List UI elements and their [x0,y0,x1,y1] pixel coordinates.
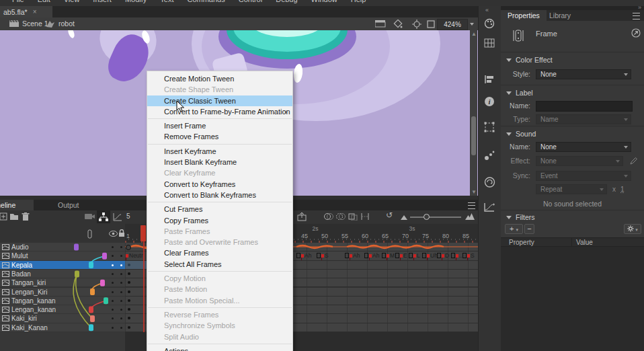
tab-output[interactable]: Output [58,200,79,210]
edit-multiple-frames-icon[interactable] [348,212,358,221]
color-panel-icon[interactable] [484,18,495,28]
menu-item-actions[interactable]: Actions [147,346,292,351]
parent-chip-audio[interactable] [74,244,79,251]
add-camera-icon[interactable] [85,212,95,221]
new-folder-icon[interactable] [9,212,19,221]
panel-menu-icon[interactable] [633,13,640,20]
parent-chip-kepala[interactable] [89,262,93,268]
motion-presets-panel-icon[interactable] [484,202,495,212]
frame-label-keyframe[interactable]: Ah [296,252,311,259]
align-panel-icon[interactable] [484,75,495,84]
keyframe-dot[interactable] [128,281,130,284]
frame-label-keyframe[interactable]: L [409,252,420,259]
transform-panel-icon[interactable] [484,122,495,132]
tab-library[interactable]: Library [549,10,571,21]
parent-chip-mulut[interactable] [102,253,107,260]
menu-item-cut-frames[interactable]: Cut Frames [147,204,292,214]
breadcrumb-scene[interactable]: Scene 1 [22,20,48,28]
zoom-out-frames-icon[interactable] [401,215,407,220]
menu-item-remove-frames[interactable]: Remove Frames [147,131,292,142]
menu-item-create-classic-tween[interactable]: Create Classic Tween [147,95,292,106]
menu-edit[interactable]: Edit [38,0,50,3]
timeline-zoom-slider-track[interactable] [410,217,461,218]
menu-item-insert-keyframe[interactable]: Insert Keyframe [147,146,292,157]
frame-label-keyframe[interactable]: E [395,252,407,259]
menu-insert[interactable]: Insert [93,0,112,3]
parent-chip-lengan_kiri[interactable] [90,288,95,295]
menu-item-insert-blank-keyframe[interactable]: Insert Blank Keyframe [147,157,292,167]
chevron-down-icon[interactable] [470,23,474,26]
document-tab[interactable]: ab5.fla* × [0,6,52,17]
cc-libraries-panel-icon[interactable] [484,177,496,188]
onion-skin-range-icon[interactable] [360,212,370,221]
frame-label-keyframe[interactable]: Uh [422,252,438,259]
menu-item-select-all-frames[interactable]: Select All Frames [147,259,292,270]
menu-item-convert-to-frame-by-frame-animation[interactable]: Convert to Frame-by-Frame Animation› [147,106,292,117]
zoom-level-select[interactable]: 424% [437,19,468,30]
menu-help[interactable]: Help [351,0,366,3]
menu-item-convert-to-blank-keyframes[interactable]: Convert to Blank Keyframes [147,190,292,200]
menu-commands[interactable]: Commands [187,0,225,3]
scrollbar-thumb[interactable] [471,116,476,155]
section-sound[interactable]: Sound [506,130,536,138]
parent-chip-badan[interactable] [75,270,79,277]
delete-layer-icon[interactable] [22,212,30,221]
section-label[interactable]: Label [506,89,533,97]
eye-icon[interactable] [109,231,118,237]
menu-control[interactable]: Control [239,0,262,3]
brush-library-panel-icon[interactable] [484,150,495,161]
tab-timeline[interactable]: Timeline [0,200,34,210]
swatches-panel-icon[interactable] [484,38,495,48]
menu-file[interactable]: File [12,0,24,3]
menu-item-create-motion-tween[interactable]: Create Motion Tween [147,73,292,84]
label-name-input[interactable] [536,101,633,112]
menu-modify[interactable]: Modify [125,0,147,3]
frame-label-keyframe[interactable]: Ah [345,252,360,259]
keyframe-dot[interactable] [128,272,130,275]
new-layer-icon[interactable] [0,212,7,221]
parent-chip-tangan_kanan[interactable] [104,297,108,304]
scroll-up-icon[interactable]: ▲ [471,31,477,37]
clip-content-icon[interactable] [427,20,435,28]
style-dropdown[interactable]: None [536,69,631,79]
keyframe-dot[interactable] [128,326,130,329]
show-parenting-view-toggle[interactable] [97,210,110,223]
frame-label-keyframe[interactable]: Neutr [126,252,143,259]
parent-chip-kaki_kiri[interactable] [90,315,95,322]
keyframe-dot[interactable] [128,308,130,311]
keyframe-dot[interactable] [128,299,130,302]
frame-label-keyframe[interactable]: D [437,252,449,259]
fill-icon[interactable] [393,20,403,28]
menu-item-insert-frame[interactable]: Insert Frame [147,120,292,131]
menu-text[interactable]: Text [160,0,173,3]
export-frame-icon[interactable] [297,212,307,221]
info-panel-icon[interactable]: i [484,96,495,107]
zoom-in-frames-icon[interactable] [465,213,475,220]
add-filter-button[interactable]: + ▾ [505,224,523,234]
frame-label-keyframe[interactable]: .. [451,252,462,259]
menu-view[interactable]: View [64,0,80,3]
close-icon[interactable]: × [33,8,37,15]
keyframe-dot[interactable] [128,317,130,319]
menu-item-convert-to-keyframes[interactable]: Convert to Keyframes [147,179,292,190]
stage-vertical-scrollbar[interactable]: ▲ ▼ [470,30,477,196]
timeline-zoom-slider-knob[interactable] [424,214,430,220]
frame-label-keyframe[interactable]: S [317,252,329,259]
section-color-effect[interactable]: Color Effect [506,56,553,64]
parenting-links-graph[interactable] [64,243,125,332]
frame-label-keyframe[interactable]: S [462,252,475,259]
tab-properties[interactable]: Properties [501,10,547,21]
filter-options-button[interactable]: ▾ [624,224,641,234]
menu-window[interactable]: Window [311,0,337,3]
frame-label-keyframe[interactable]: M [382,252,395,259]
parent-chip-kaki_kanan[interactable] [89,324,93,331]
parent-chip-lengan_kanan[interactable] [89,307,93,313]
onion-skin-outline-icon[interactable] [336,212,346,221]
panel-menu-icon[interactable] [468,202,475,209]
keyframe-dot[interactable] [128,290,130,293]
center-stage-icon[interactable] [412,20,421,29]
reset-timeline-zoom-icon[interactable]: ↺ [386,210,393,220]
graph-editor-icon[interactable] [113,212,122,221]
menu-item-copy-frames[interactable]: Copy Frames [147,215,292,226]
help-link-icon[interactable] [631,28,641,38]
